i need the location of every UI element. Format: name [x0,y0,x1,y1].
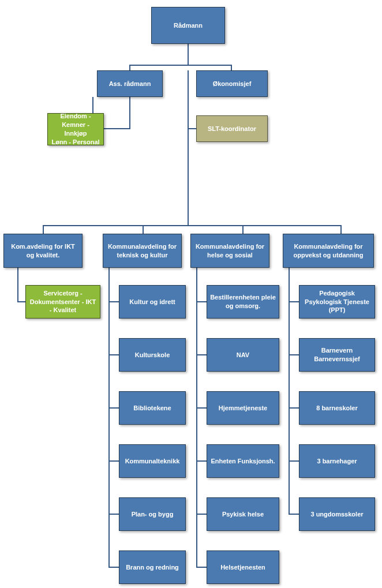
node-funksjonsh: Enheten Funksjonsh. [207,444,279,478]
node-eiendom: Eiendom - Kemner - Innkjøp Lønn - Person… [47,113,104,145]
dept-ikt: Kom.avdeling for IKT og kvalitet. [3,234,83,268]
node-slt: SLT-koordinator [196,115,268,142]
node-barnevern: Barnevern Barnevernssjef [299,338,375,372]
dept-oppvekst: Kommunalavdeling for oppvekst og utdanni… [283,234,374,268]
node-plan-bygg: Plan- og bygg [119,497,186,531]
node-hjemmetjeneste: Hjemmetjeneste [207,391,279,425]
node-kultur-idrett: Kultur og idrett [119,285,186,319]
dept-helse: Kommunalavdeling for helse og sosial [190,234,269,268]
node-brann-redning: Brann og redning [119,550,186,584]
node-nav: NAV [207,338,279,372]
node-barneskoler: 8 barneskoler [299,391,375,425]
node-kulturskole: Kulturskole [119,338,186,372]
node-bibliotekene: Bibliotekene [119,391,186,425]
dept-teknisk: Kommunalavdeling for teknisk og kultur [103,234,182,268]
node-ungdomsskoler: 3 ungdomsskoler [299,497,375,531]
node-ass-radmann: Ass. rådmann [97,70,163,97]
node-barnehager: 3 barnehager [299,444,375,478]
node-okonomisjef: Økonomisjef [196,70,268,97]
node-helsetjenesten: Helsetjenesten [207,550,279,584]
node-psykisk-helse: Psykisk helse [207,497,279,531]
node-ppt: Pedagogisk Psykologisk Tjeneste (PPT) [299,285,375,319]
node-kommunalteknikk: Kommunalteknikk [119,444,186,478]
node-radmann: Rådmann [151,7,225,44]
node-bestillerenheten: Bestillerenheten pleie og omsorg. [207,285,279,319]
node-servicetorg: Servicetorg - Dokumentsenter - IKT - Kva… [25,285,100,319]
